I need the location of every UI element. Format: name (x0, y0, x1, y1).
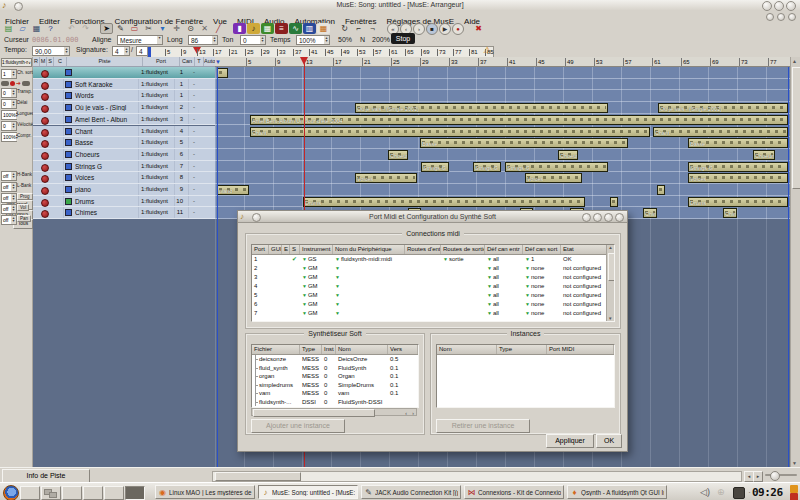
snap-select[interactable]: Mesure▾ (117, 35, 163, 45)
pager-desktop-5[interactable] (104, 486, 124, 500)
pencil-tool-icon[interactable]: ✎ (114, 23, 127, 34)
track-port[interactable]: 1:fluidsynt (141, 151, 175, 157)
midi-col-gui[interactable]: GUI (269, 245, 282, 254)
track-port[interactable]: 1:fluidsynt (141, 198, 175, 204)
midi-part[interactable] (657, 185, 665, 195)
pager-desktop-4[interactable] (83, 486, 103, 500)
midi-part[interactable] (217, 68, 228, 78)
track-row-Drums[interactable]: Drums1:fluidsynt10- (33, 196, 215, 208)
hscroll-left-icon[interactable]: ‹ (405, 410, 407, 416)
child-minimize-button[interactable] (766, 13, 774, 21)
mixer-icon[interactable]: ▥ (303, 23, 316, 34)
track-channel[interactable]: 10 (171, 198, 183, 204)
midi-part-chime[interactable]: Chime (723, 208, 737, 218)
midi-part[interactable] (610, 197, 618, 207)
midi-col-nom-du-p-riph-rique[interactable]: Nom du Périphérique (333, 245, 405, 254)
track-row-Words[interactable]: Words1:fluidsynt1- (33, 90, 215, 102)
stop-icon[interactable]: ■ (426, 23, 438, 35)
track-row-Soft Karaoke[interactable]: Soft Karaoke1:fluidsynt1- (33, 79, 215, 91)
dialog-help-button[interactable] (582, 213, 591, 222)
midi-port-row-2[interactable]: 2▼GM▼▼all▼nonenot configured (252, 264, 614, 273)
output-monitor-icon[interactable] (22, 81, 30, 86)
dialog-maximize-button[interactable] (604, 213, 613, 222)
track-name[interactable]: Words (75, 92, 137, 99)
track-row-Chant[interactable]: Chant1:fluidsynt4- (33, 126, 215, 138)
synth-col-fichier[interactable]: Fichier (252, 345, 300, 354)
midi-part-voices[interactable]: Voices (355, 173, 417, 183)
midi-col-instrument[interactable]: Instrument (300, 245, 333, 254)
track-port[interactable]: 1:fluidsynt (141, 163, 175, 169)
midi-table-scrollbar[interactable]: ▲▼ (606, 245, 614, 321)
track-automation[interactable]: - (193, 209, 195, 215)
taskbar-qsynth[interactable]: ♦Qsynth - A fluidsynth Qt GUI Inte (567, 485, 667, 499)
pitch-spin[interactable]: 0▴▾ (240, 35, 266, 45)
track-port[interactable]: 1:fluidsynt (141, 186, 175, 192)
tempo-spin[interactable]: 90,00▴▾ (32, 46, 70, 56)
track-name[interactable]: Basse (75, 139, 137, 146)
synth-row-fluidsynth[interactable]: fluidsynth-...DSSI0FluidSynth-DSSI (252, 398, 418, 407)
undo-icon[interactable]: ↶ (65, 23, 78, 34)
midi-part-voices[interactable]: Voices (688, 173, 788, 183)
trackinfo-compr--spin[interactable]: 100%▴▾Compr. (1, 132, 33, 141)
track-row-Amel Bent - Albun[interactable]: Amel Bent - Albun1:fluidsynt3- (33, 114, 215, 126)
record-icon[interactable]: ● (452, 23, 464, 35)
forward-icon[interactable]: › (413, 23, 425, 35)
track-port[interactable]: 1:fluidsynt (141, 69, 175, 75)
record-arm-icon[interactable] (41, 105, 49, 113)
track-channel[interactable]: 3 (171, 116, 183, 122)
draw-tool-icon[interactable]: ╱ (212, 23, 225, 34)
arranger-ruler[interactable]: ▼ 591317212529333741454953576165697377 (215, 57, 790, 67)
midi-port-row-5[interactable]: 5▼GM▼▼all▼nonenot configured (252, 291, 614, 300)
pager-desktop-2[interactable] (41, 486, 61, 500)
synth-list-table[interactable]: FichierTypeInstNomVers deicsonzeMESS0Dei… (251, 344, 419, 408)
midi-part-strings-g[interactable]: Strings G (473, 162, 501, 172)
track-row-selected[interactable]: 1:fluidsynt1- (33, 67, 215, 79)
midi-part-strings-g[interactable]: Strings G (505, 162, 608, 172)
midi-port-row-1[interactable]: 1✔▼GS▼fluidsynth-midi:midi▼sortie▼all▼1O… (252, 255, 614, 264)
midi-port-row-6[interactable]: 6▼GM▼▼all▼nonenot configured (252, 300, 614, 309)
zoom-n-button[interactable]: N (360, 36, 365, 43)
child-close-button[interactable] (788, 13, 796, 21)
arranger-hscrollbar[interactable] (212, 471, 742, 482)
record-arm-icon[interactable] (41, 140, 49, 148)
cut-tool-icon[interactable]: ✂ (142, 23, 155, 34)
track-col-port[interactable]: Port (143, 57, 180, 66)
midi-part-chant[interactable]: Chant (653, 127, 788, 137)
synth-row-fluid_synth[interactable]: fluid_synthMESS0FluidSynth0.1 (252, 364, 418, 373)
track-col-piste[interactable]: Piste (67, 57, 143, 66)
whats-this-icon[interactable]: ? (44, 23, 57, 34)
midi-part-drums[interactable]: Drums (303, 197, 585, 207)
midi-col-port[interactable]: Port (252, 245, 269, 254)
track-name[interactable]: Choeurs (75, 151, 137, 158)
midi-part-strings-g[interactable]: Strings G (688, 162, 788, 172)
list-editor-icon[interactable]: ≡ (275, 23, 288, 34)
instances-col-port-midi[interactable]: Port MIDI (547, 345, 614, 354)
pager-desktop-3[interactable] (62, 486, 82, 500)
track-col-r[interactable]: R (33, 57, 40, 66)
pager-desktop-6[interactable] (125, 486, 145, 500)
synth-hscroll-thumb[interactable] (253, 409, 375, 417)
track-channel[interactable]: 8 (171, 174, 183, 180)
record-arm-icon[interactable] (41, 187, 49, 195)
track-channel[interactable]: 2 (171, 104, 183, 110)
midi-port-row-3[interactable]: 3▼GM▼▼all▼nonenot configured (252, 273, 614, 282)
firefox-launcher-icon[interactable] (3, 485, 19, 500)
midi-part-o-je-vais-single-2002-[interactable]: Où je vais - (Single 2002) (355, 103, 608, 113)
pager-desktop-1[interactable] (20, 486, 40, 500)
synth-col-inst[interactable]: Inst (322, 345, 336, 354)
track-name[interactable]: Soft Karaoke (75, 81, 137, 88)
play-icon[interactable]: ▶ (439, 23, 451, 35)
instances-col-nom[interactable]: Nom (437, 345, 497, 354)
track-port[interactable]: 1:fluidsynt (141, 104, 175, 110)
midi-part-chime[interactable]: Chime (643, 208, 657, 218)
track-channel[interactable]: 11 (171, 209, 183, 215)
track-name[interactable]: Amel Bent - Albun (75, 116, 137, 123)
trackinfo-ch-sortie-spin[interactable]: 1▴▾Ch. sortie (1, 69, 33, 78)
midi-part-chant[interactable]: Chant (250, 127, 650, 137)
record-arm-icon[interactable] (41, 210, 49, 218)
len-spin[interactable]: 86▴▾ (188, 35, 218, 45)
track-automation[interactable]: - (193, 81, 195, 87)
scroll-up-icon[interactable]: ▲ (792, 58, 797, 64)
track-name[interactable]: Voices (75, 174, 137, 181)
synth-row-simpledrums[interactable]: simpledrumsMESS0SimpleDrums0.1 (252, 381, 418, 390)
